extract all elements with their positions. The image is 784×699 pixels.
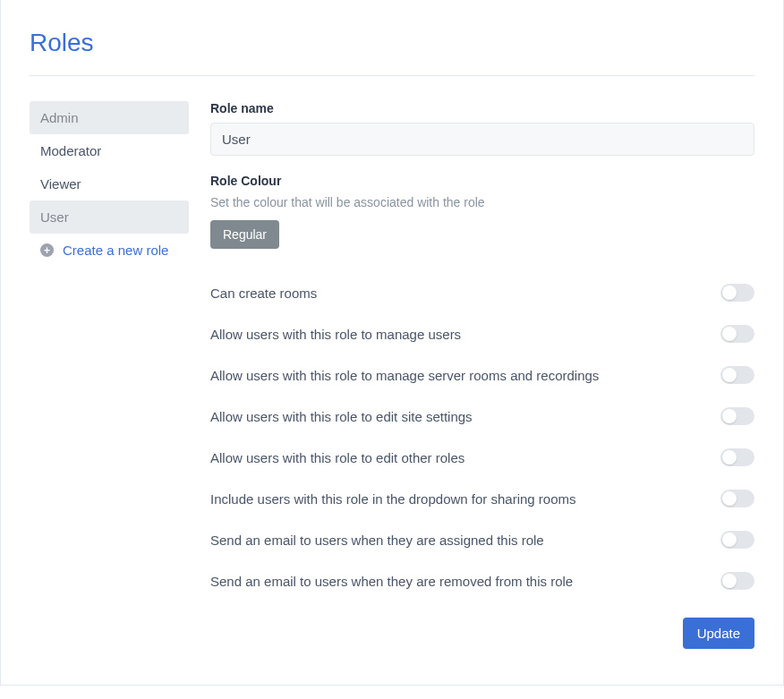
role-item-viewer[interactable]: Viewer [30, 167, 189, 200]
role-name-label: Role name [210, 101, 754, 115]
plus-circle-icon: + [40, 243, 54, 257]
toggle-knob [722, 491, 737, 506]
role-item-label: Admin [40, 110, 79, 125]
permission-label: Send an email to users when they are rem… [210, 574, 573, 589]
permission-row: Include users with this role in the drop… [210, 478, 754, 519]
permission-toggle-manage-users[interactable] [720, 325, 754, 343]
create-role-button[interactable]: + Create a new role [30, 234, 189, 267]
role-item-label: User [40, 209, 69, 225]
role-item-admin[interactable]: Admin [30, 101, 189, 134]
permission-toggle-can-create-rooms[interactable] [720, 284, 754, 302]
toggle-knob [722, 286, 737, 300]
permission-toggle-manage-server-rooms[interactable] [720, 366, 754, 384]
role-name-input[interactable] [210, 123, 754, 156]
permission-row: Allow users with this role to edit site … [210, 396, 754, 437]
permission-row: Allow users with this role to edit other… [210, 437, 754, 478]
role-item-label: Moderator [40, 143, 101, 158]
permission-label: Send an email to users when they are ass… [210, 533, 544, 548]
permission-label: Can create rooms [210, 286, 317, 301]
permission-row: Send an email to users when they are rem… [210, 560, 754, 601]
role-colour-button[interactable]: Regular [210, 220, 279, 249]
toggle-knob [722, 450, 737, 465]
form-footer: Update [210, 618, 754, 649]
permission-label: Allow users with this role to manage ser… [210, 368, 599, 383]
permission-toggle-edit-site-settings[interactable] [720, 407, 754, 425]
permission-toggle-email-removed[interactable] [720, 572, 754, 590]
toggle-knob [722, 409, 737, 423]
role-colour-hint: Set the colour that will be associated w… [210, 195, 754, 209]
permission-label: Allow users with this role to edit site … [210, 409, 473, 424]
role-colour-label: Role Colour [210, 174, 754, 188]
toggle-knob [722, 533, 737, 547]
role-item-user[interactable]: User [30, 200, 189, 234]
roles-panel: Roles Admin Moderator Viewer User + Crea… [0, 0, 784, 686]
role-item-moderator[interactable]: Moderator [30, 134, 189, 167]
divider [30, 75, 754, 76]
role-form: Role name Role Colour Set the colour tha… [210, 101, 754, 649]
permission-row: Can create rooms [210, 272, 754, 313]
permission-row: Allow users with this role to manage ser… [210, 354, 754, 396]
permission-toggle-email-assigned[interactable] [720, 531, 754, 549]
toggle-knob [722, 327, 737, 341]
toggle-knob [722, 574, 737, 588]
permission-label: Include users with this role in the drop… [210, 491, 576, 507]
permission-toggle-sharing-dropdown[interactable] [720, 490, 754, 507]
permission-label: Allow users with this role to edit other… [210, 450, 464, 465]
toggle-knob [722, 368, 737, 382]
permission-row: Allow users with this role to manage use… [210, 313, 754, 354]
permission-toggle-edit-other-roles[interactable] [720, 448, 754, 466]
permission-label: Allow users with this role to manage use… [210, 327, 461, 342]
roles-sidebar: Admin Moderator Viewer User + Create a n… [30, 101, 189, 649]
create-role-label: Create a new role [63, 243, 168, 258]
role-item-label: Viewer [40, 176, 81, 192]
content: Admin Moderator Viewer User + Create a n… [30, 101, 754, 649]
page-title: Roles [30, 29, 754, 57]
update-button[interactable]: Update [683, 618, 754, 649]
permission-row: Send an email to users when they are ass… [210, 519, 754, 560]
